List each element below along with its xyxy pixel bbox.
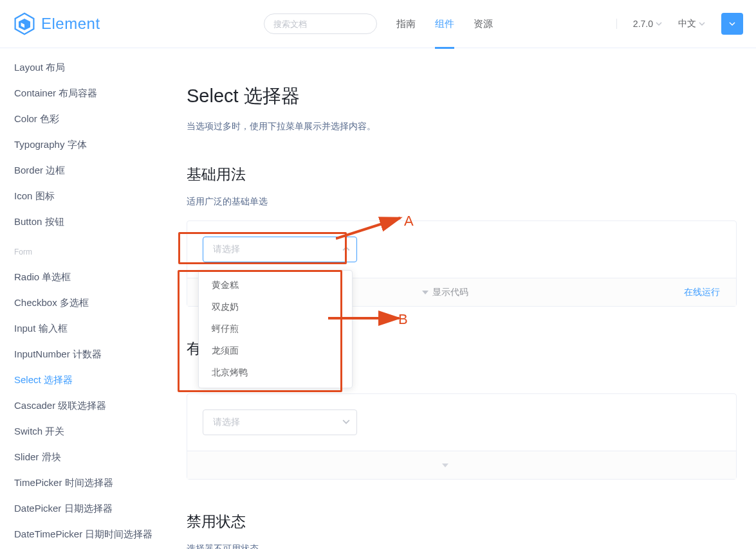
chevron-down-icon xyxy=(656,21,662,27)
demo-disabledopt: 请选择 xyxy=(187,393,737,480)
dropdown-option[interactable]: 双皮奶 xyxy=(199,296,352,318)
sidebar-item-color[interactable]: Color 色彩 xyxy=(14,106,154,132)
search-input[interactable] xyxy=(273,19,367,29)
nav-resource[interactable]: 资源 xyxy=(474,0,493,48)
lang-dropdown[interactable]: 中文 xyxy=(678,18,705,30)
sidebar-item-icon[interactable]: Icon 图标 xyxy=(14,183,154,209)
demo-run-link[interactable]: 在线运行 xyxy=(684,287,720,298)
search-box[interactable] xyxy=(264,14,377,34)
select-placeholder: 请选择 xyxy=(213,417,240,428)
caret-down-icon xyxy=(442,462,448,469)
sidebar-item-datetimepicker[interactable]: DateTimePicker 日期时间选择器 xyxy=(14,521,154,547)
chevron-up-icon xyxy=(342,244,350,255)
chevron-down-icon xyxy=(699,21,705,27)
divider xyxy=(616,19,617,29)
page-title: Select 选择器 xyxy=(187,84,737,109)
dropdown-option[interactable]: 黄金糕 xyxy=(199,274,352,296)
sidebar-item-cascader[interactable]: Cascader 级联选择器 xyxy=(14,393,154,419)
select-dropdown: 黄金糕 双皮奶 蚵仔煎 龙须面 北京烤鸭 xyxy=(198,270,353,388)
nav-component[interactable]: 组件 xyxy=(435,0,454,48)
sidebar-item-checkbox[interactable]: Checkbox 多选框 xyxy=(14,290,154,316)
logo-text: Element xyxy=(41,15,100,33)
section-disabled-sub: 选择器不可用状态 xyxy=(187,543,737,549)
demo-footer xyxy=(187,451,736,479)
sidebar-item-container[interactable]: Container 布局容器 xyxy=(14,80,154,106)
logo-icon xyxy=(13,12,36,35)
chevron-down-icon xyxy=(342,417,350,428)
sidebar-item-inputnumber[interactable]: InputNumber 计数器 xyxy=(14,341,154,367)
page-subtitle: 当选项过多时，使用下拉菜单展示并选择内容。 xyxy=(187,121,737,132)
sidebar-item-border[interactable]: Border 边框 xyxy=(14,158,154,183)
chevron-down-icon xyxy=(729,21,735,27)
sidebar-item-layout[interactable]: Layout 布局 xyxy=(14,55,154,80)
section-basic-title: 基础用法 xyxy=(187,165,737,184)
main: Select 选择器 当选项过多时，使用下拉菜单展示并选择内容。 基础用法 适用… xyxy=(167,48,756,549)
section-basic-sub: 适用广泛的基础单选 xyxy=(187,196,737,208)
version-dropdown[interactable]: 2.7.0 xyxy=(633,19,662,29)
annotation-label-b: B xyxy=(398,311,408,328)
annotation-label-a: A xyxy=(404,213,414,230)
sidebar-item-typography[interactable]: Typography 字体 xyxy=(14,132,154,158)
sidebar-item-button[interactable]: Button 按钮 xyxy=(14,209,154,235)
select-placeholder: 请选择 xyxy=(213,244,240,255)
dropdown-option[interactable]: 蚵仔煎 xyxy=(199,318,352,340)
sidebar-item-slider[interactable]: Slider 滑块 xyxy=(14,444,154,470)
sidebar-item-input[interactable]: Input 输入框 xyxy=(14,316,154,341)
sidebar-item-radio[interactable]: Radio 单选框 xyxy=(14,264,154,290)
sidebar-item-timepicker[interactable]: TimePicker 时间选择器 xyxy=(14,470,154,496)
sidebar-item-select[interactable]: Select 选择器 xyxy=(14,367,154,393)
sidebar-group-form: Form xyxy=(14,248,154,256)
sidebar-item-datepicker[interactable]: DatePicker 日期选择器 xyxy=(14,496,154,521)
caret-down-icon xyxy=(422,289,429,296)
demo-expand[interactable] xyxy=(442,462,448,469)
dropdown-option[interactable]: 龙须面 xyxy=(199,340,352,362)
dropdown-option[interactable]: 北京烤鸭 xyxy=(199,362,352,384)
demo-expand[interactable]: 显示代码 xyxy=(422,287,468,298)
section-disabled-title: 禁用状态 xyxy=(187,512,737,532)
sidebar: Layout 布局 Container 布局容器 Color 色彩 Typogr… xyxy=(0,48,167,549)
select-disabledopt[interactable]: 请选择 xyxy=(203,410,357,435)
header: Element 指南 组件 资源 2.7.0 中文 xyxy=(0,0,756,48)
select-basic[interactable]: 请选择 xyxy=(203,237,357,262)
nav-guide[interactable]: 指南 xyxy=(396,0,416,48)
logo[interactable]: Element xyxy=(13,12,100,35)
sidebar-item-switch[interactable]: Switch 开关 xyxy=(14,419,154,444)
nav-links: 指南 组件 资源 xyxy=(396,0,493,48)
theme-button[interactable] xyxy=(721,13,743,35)
